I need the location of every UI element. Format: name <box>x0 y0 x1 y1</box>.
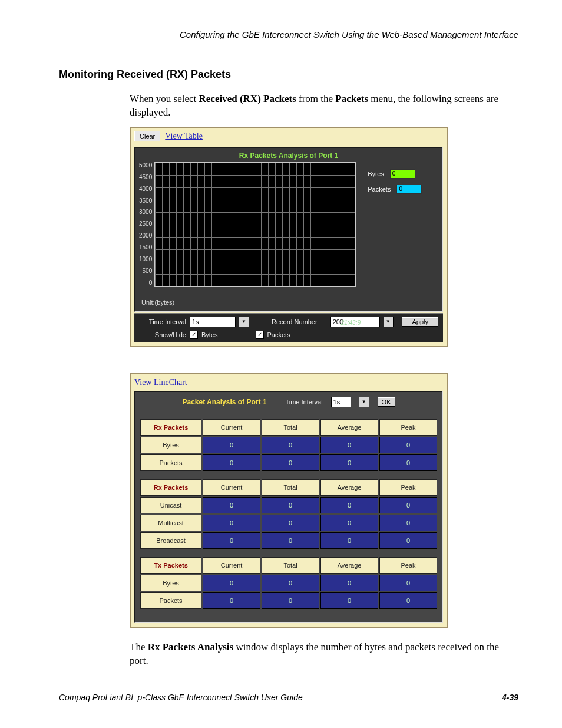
legend-packets: Packets 0 <box>368 185 422 194</box>
table-column-header: Peak <box>379 557 437 574</box>
chart-unit-label: Unit:(bytes) <box>135 288 442 311</box>
table-row: Bytes0000 <box>140 437 437 453</box>
table-row: Unicast0000 <box>140 497 437 513</box>
table-column-header: Average <box>320 479 378 496</box>
tables-container: Rx PacketsCurrentTotalAveragePeakBytes00… <box>139 418 438 610</box>
cell-value: 0 <box>262 515 319 531</box>
page-footer: Compaq ProLiant BL p-Class GbE Interconn… <box>59 689 518 702</box>
clear-button[interactable]: Clear <box>134 131 160 141</box>
table-column-header: Total <box>262 479 319 496</box>
cell-value: 0 <box>203 454 260 471</box>
cell-value: 0 <box>379 592 437 609</box>
cell-value: 0 <box>379 454 437 471</box>
legend-packets-label: Packets <box>368 186 391 193</box>
rx-table-screenshot: View LineChart Packet Analysis of Port 1… <box>130 373 448 628</box>
intro-paragraph: When you select Received (RX) Packets fr… <box>130 93 518 120</box>
packets-checkbox[interactable]: ✓ <box>256 331 264 339</box>
cell-value: 0 <box>262 532 319 549</box>
table-header-bar: Packet Analysis of Port 1 Time Interval … <box>139 396 438 418</box>
view-linechart-link[interactable]: View LineChart <box>134 378 187 387</box>
cell-value: 0 <box>203 575 260 591</box>
chart-controls-row1: Time Interval ▼ Record Number ▼ Apply <box>134 313 443 328</box>
y-tick: 3000 <box>139 209 152 215</box>
y-tick: 4500 <box>139 174 152 180</box>
footer-left: Compaq ProLiant BL p-Class GbE Interconn… <box>59 693 303 702</box>
intro-bold1: Received (RX) Packets <box>199 93 296 104</box>
table-time-interval-dropdown-icon[interactable]: ▼ <box>359 397 369 407</box>
y-tick: 4000 <box>139 186 152 192</box>
table-row: Broadcast0000 <box>140 532 437 549</box>
cell-value: 0 <box>262 592 319 609</box>
show-hide-label: Show/Hide <box>139 331 186 338</box>
table-group-header: Rx Packets <box>140 479 201 496</box>
chart-grid <box>154 162 356 287</box>
chart-body: 5000 4500 4000 3500 3000 2500 2000 1500 … <box>135 162 442 311</box>
row-label: Unicast <box>140 497 201 513</box>
table-panel: Packet Analysis of Port 1 Time Interval … <box>134 391 443 623</box>
table-group-header: Rx Packets <box>140 419 201 436</box>
cell-value: 0 <box>262 575 319 591</box>
chart-toolbar: Clear View Table <box>131 128 447 144</box>
cell-value: 0 <box>379 497 437 513</box>
y-tick: 0 <box>149 279 153 286</box>
cell-value: 0 <box>320 515 378 531</box>
time-interval-input[interactable] <box>190 317 236 327</box>
table-column-header: Current <box>203 419 260 436</box>
intro-mid: from the <box>296 93 336 104</box>
cell-value: 0 <box>320 437 378 453</box>
legend-bytes-value: 0 <box>390 169 415 179</box>
record-number-label: Record Number <box>272 318 318 325</box>
cell-value: 0 <box>320 575 378 591</box>
time-interval-dropdown-icon[interactable]: ▼ <box>239 317 249 327</box>
row-label: Multicast <box>140 515 201 531</box>
table-column-header: Current <box>203 479 260 496</box>
y-tick: 2500 <box>139 220 152 227</box>
cell-value: 0 <box>262 437 319 453</box>
bytes-checkbox[interactable]: ✓ <box>190 331 198 339</box>
cell-value: 0 <box>379 532 437 549</box>
view-table-link[interactable]: View Table <box>165 131 203 141</box>
table-toolbar: View LineChart <box>131 374 447 388</box>
row-label: Packets <box>140 454 201 471</box>
table-row: Bytes0000 <box>140 575 437 591</box>
row-label: Bytes <box>140 575 201 591</box>
cell-value: 0 <box>262 497 319 513</box>
table-column-header: Peak <box>379 479 437 496</box>
table-time-interval-label: Time Interval <box>285 398 322 406</box>
section-heading: Monitoring Received (RX) Packets <box>59 68 518 81</box>
legend-bytes: Bytes 0 <box>368 169 422 179</box>
packets-checkbox-label: Packets <box>267 331 290 338</box>
cell-value: 0 <box>262 454 319 471</box>
table-row: Multicast0000 <box>140 515 437 531</box>
intro-pre: When you select <box>130 93 199 104</box>
table-time-interval-input[interactable] <box>331 397 351 407</box>
table-row: Packets0000 <box>140 454 437 471</box>
cell-value: 0 <box>203 592 260 609</box>
outro-paragraph: The Rx Packets Analysis window displays … <box>130 641 518 668</box>
data-table: Rx PacketsCurrentTotalAveragePeakUnicast… <box>139 478 438 550</box>
table-column-header: Current <box>203 557 260 574</box>
y-tick: 1500 <box>139 244 152 251</box>
data-table: Tx PacketsCurrentTotalAveragePeakBytes00… <box>139 556 438 610</box>
cell-value: 0 <box>379 437 437 453</box>
cell-value: 0 <box>203 497 260 513</box>
y-tick: 3500 <box>139 197 152 204</box>
table-column-header: Total <box>262 557 319 574</box>
cell-value: 0 <box>379 575 437 591</box>
table-column-header: Peak <box>379 419 437 436</box>
cell-value: 0 <box>203 515 260 531</box>
y-tick: 500 <box>143 268 153 274</box>
data-table: Rx PacketsCurrentTotalAveragePeakBytes00… <box>139 418 438 472</box>
y-tick: 1000 <box>139 256 152 262</box>
time-interval-label: Time Interval <box>139 318 186 325</box>
cell-value: 0 <box>320 592 378 609</box>
outro-pre: The <box>130 641 148 653</box>
record-number-dropdown-icon[interactable]: ▼ <box>384 317 394 327</box>
legend-bytes-label: Bytes <box>368 170 384 177</box>
cell-value: 0 <box>379 515 437 531</box>
table-column-header: Total <box>262 419 319 436</box>
chart-title: Rx Packets Analysis of Port 1 <box>135 148 442 162</box>
chart-legend: Bytes 0 Packets 0 <box>368 162 422 287</box>
ok-button[interactable]: OK <box>378 397 395 407</box>
apply-button[interactable]: Apply <box>402 317 438 327</box>
